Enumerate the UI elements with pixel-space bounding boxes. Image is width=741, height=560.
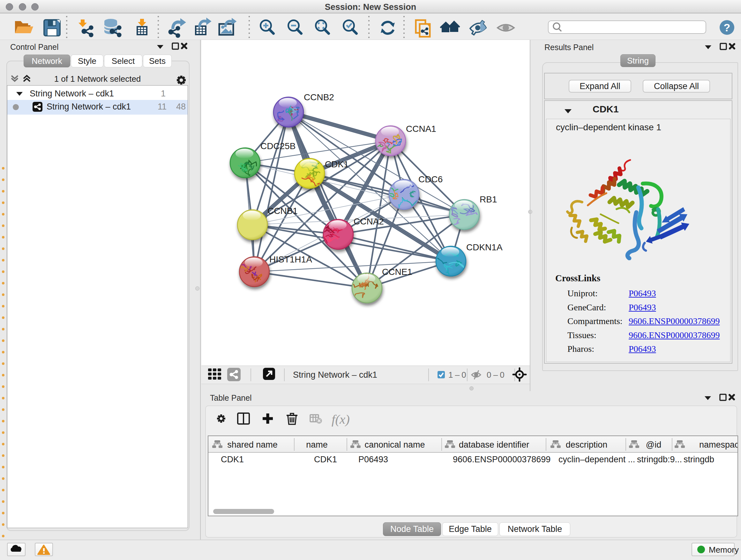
svg-text:shared name: shared name [227, 440, 278, 449]
svg-text:CDK1: CDK1 [325, 159, 349, 169]
svg-text:name: name [306, 440, 328, 449]
svg-text:CCNB2: CCNB2 [304, 92, 334, 102]
svg-text:CCNA2: CCNA2 [354, 216, 384, 226]
svg-text:namespac: namespac [699, 440, 738, 449]
svg-text:RB1: RB1 [480, 194, 497, 204]
svg-text:1 – 0: 1 – 0 [448, 370, 466, 380]
svg-text:canonical name: canonical name [364, 440, 425, 449]
svg-text:String Network – cdk1: String Network – cdk1 [293, 370, 377, 380]
svg-text:?: ? [724, 21, 731, 34]
svg-text:database identifier: database identifier [459, 440, 529, 449]
svg-text:CCNE1: CCNE1 [382, 267, 412, 277]
svg-text:CCNA1: CCNA1 [406, 124, 436, 134]
svg-text:description: description [566, 440, 608, 449]
svg-text:@id: @id [646, 440, 661, 449]
svg-text:HIST1H1A: HIST1H1A [269, 254, 312, 264]
svg-text:CDKN1A: CDKN1A [466, 242, 502, 252]
svg-text:f(x): f(x) [332, 412, 350, 427]
svg-text:CCNB1: CCNB1 [267, 206, 298, 216]
svg-text:CDC25B: CDC25B [260, 141, 295, 151]
svg-text:0 – 0: 0 – 0 [487, 370, 504, 380]
svg-text:CDC6: CDC6 [418, 174, 443, 184]
